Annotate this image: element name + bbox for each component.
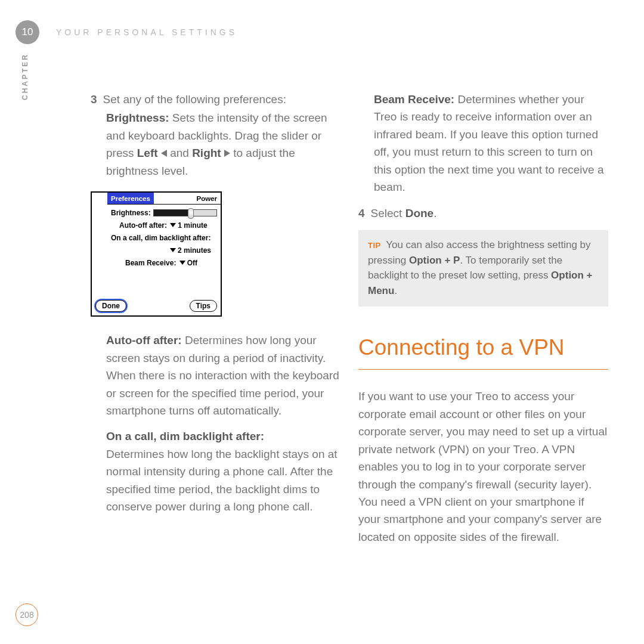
label-oncall: On a call, dim backlight after: xyxy=(106,428,340,445)
autooff-para: Auto-off after: Determines how long your… xyxy=(91,332,340,419)
tip-label: TIP xyxy=(368,241,381,250)
key-combo: Option + P xyxy=(409,255,460,266)
right-column: Beam Receive: Determines whether your Tr… xyxy=(358,91,608,554)
done-label: Done xyxy=(405,207,434,219)
content-columns: 3Set any of the following preferences: B… xyxy=(91,91,608,554)
vpn-para: If you want to use your Treo to access y… xyxy=(358,388,608,546)
device-brightness-label: Brightness: xyxy=(111,208,151,218)
brightness-para: Brightness: Sets the intensity of the sc… xyxy=(91,109,340,179)
period: . xyxy=(434,207,436,219)
slider-thumb-icon[interactable] xyxy=(188,208,194,219)
text: Determines how long the backlight stays … xyxy=(106,448,338,513)
device-screenshot: Preferences Power Brightness: Auto-off a… xyxy=(91,191,222,317)
text: Determines whether your Treo is ready to… xyxy=(374,93,604,193)
text: and xyxy=(167,147,192,159)
period: . xyxy=(394,285,397,296)
label: Beam Receive: xyxy=(125,259,176,267)
device-oncall-row: On a call, dim backlight after: xyxy=(111,233,217,243)
section-heading: Connecting to a VPN xyxy=(358,330,608,370)
device-title: Power xyxy=(154,193,221,205)
tip-box: TIP You can also access the brightness s… xyxy=(358,230,608,306)
value: Off xyxy=(187,259,197,267)
device-brightness-row: Brightness: xyxy=(111,208,217,218)
triangle-left-icon xyxy=(161,150,167,157)
page-number-badge: 208 xyxy=(16,603,38,626)
device-autooff-row: Auto-off after: 1 minute xyxy=(111,220,217,231)
page-header-title: YOUR PERSONAL SETTINGS xyxy=(56,27,237,37)
step-3: 3Set any of the following preferences: xyxy=(91,91,340,108)
key-right: Right xyxy=(192,147,221,159)
chapter-number-badge: 10 xyxy=(16,20,39,44)
triangle-right-icon xyxy=(224,150,230,157)
device-tab: Preferences xyxy=(107,193,154,205)
autooff-dropdown[interactable]: 1 minute xyxy=(169,220,207,231)
label-beam: Beam Receive: xyxy=(374,93,454,106)
brightness-slider[interactable] xyxy=(153,209,217,216)
step-number: 4 xyxy=(358,207,365,219)
step-4: 4Select Done. xyxy=(358,205,608,222)
key-left: Left xyxy=(137,147,158,159)
text: Select xyxy=(371,207,405,219)
device-oncall-value: 2 minutes xyxy=(111,245,217,256)
oncall-para: On a call, dim backlight after:Determine… xyxy=(91,428,340,515)
chevron-down-icon xyxy=(170,223,176,227)
device-tips-button[interactable]: Tips xyxy=(190,300,217,312)
chapter-side-label: CHAPTER xyxy=(21,53,29,100)
device-done-button[interactable]: Done xyxy=(95,300,126,312)
oncall-dropdown[interactable]: 2 minutes xyxy=(169,245,211,256)
label-autooff: Auto-off after: xyxy=(106,334,182,346)
label: Auto-off after: xyxy=(119,221,167,230)
device-beam-row: Beam Receive: Off xyxy=(111,258,217,268)
step-text: Set any of the following preferences: xyxy=(103,93,286,106)
label-brightness: Brightness: xyxy=(106,112,169,124)
left-column: 3Set any of the following preferences: B… xyxy=(91,91,340,554)
beam-dropdown[interactable]: Off xyxy=(178,258,197,268)
label: On a call, dim backlight after: xyxy=(111,234,210,242)
beam-para: Beam Receive: Determines whether your Tr… xyxy=(358,91,608,196)
value: 1 minute xyxy=(178,221,207,230)
chevron-down-icon xyxy=(179,261,185,265)
chevron-down-icon xyxy=(170,248,176,252)
value: 2 minutes xyxy=(178,246,211,255)
step-number: 3 xyxy=(91,93,97,106)
